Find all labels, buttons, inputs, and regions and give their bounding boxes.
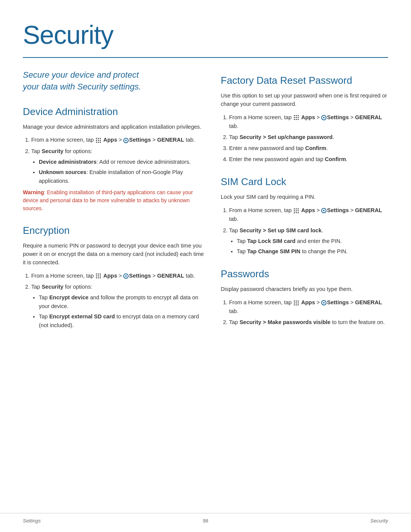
settings-circle-icon-enc [123,273,129,279]
footer-security-label: Security [370,517,388,525]
sim-card-lock-section: SIM Card Lock Lock your SIM card by requ… [221,174,388,256]
device-administration-section: Device Administration Manage your device… [23,104,206,213]
page-title: Security [23,15,388,54]
apps-grid-icon-enc [96,273,101,278]
fdr-step-2: Tap Security > Set up/change password. [229,133,388,142]
passwords-title: Passwords [221,267,388,281]
device-administration-steps: From a Home screen, tap Apps > Settings … [23,136,206,185]
encryption-section: Encryption Require a numeric PIN or pass… [23,223,206,330]
sim-step-1: From a Home screen, tap Apps > Settings … [229,206,388,224]
main-content: Secure your device and protect your data… [23,69,388,341]
tagline: Secure your device and protect your data… [23,69,206,93]
encryption-bullets: Tap Encrypt device and follow the prompt… [31,293,206,330]
sim-card-lock-intro: Lock your SIM card by requiring a PIN. [221,193,388,201]
fdr-step-3: Enter a new password and tap Confirm. [229,144,388,153]
device-admin-bullets: Device administrators: Add or remove dev… [31,158,206,186]
sim-card-lock-steps: From a Home screen, tap Apps > Settings … [221,206,388,256]
pw-step-2: Tap Security > Make passwords visible to… [229,318,388,327]
bullet-unknown-sources: Unknown sources: Enable installation of … [39,168,206,185]
factory-reset-intro: Use this option to set up your password … [221,92,388,109]
encryption-intro: Require a numeric PIN or password to dec… [23,242,206,267]
fdr-step-4: Enter the new password again and tap Con… [229,155,388,164]
passwords-section: Passwords Display password characters br… [221,267,388,327]
encryption-steps: From a Home screen, tap Apps > Settings … [23,272,206,330]
sim-bullet-2: Tap Tap Change SIM PIN to change the PIN… [237,247,388,256]
right-column: Factory Data Reset Password Use this opt… [221,69,388,341]
enc-step-2: Tap Security for options: Tap Encrypt de… [31,283,206,330]
title-divider [23,57,388,58]
device-administration-title: Device Administration [23,104,206,119]
settings-circle-icon-sim [321,208,327,213]
apps-grid-icon-fdr [294,115,299,120]
factory-reset-title: Factory Data Reset Password [221,73,388,88]
settings-circle-icon-pw [321,300,327,305]
passwords-steps: From a Home screen, tap Apps > Settings … [221,298,388,327]
encryption-title: Encryption [23,223,206,238]
bullet-device-admins: Device administrators: Add or remove dev… [39,158,206,166]
apps-grid-icon [96,138,101,143]
passwords-intro: Display password characters briefly as y… [221,285,388,294]
sim-step-2: Tap Security > Set up SIM card lock. Tap… [229,226,388,256]
settings-circle-icon-fdr [321,115,327,120]
settings-circle-icon [123,138,129,143]
sim-bullets: Tap Tap Lock SIM card and enter the PIN.… [229,237,388,256]
footer: Settings 98 Security [0,513,411,525]
fdr-step-1: From a Home screen, tap Apps > Settings … [229,113,388,131]
device-administration-intro: Manage your device administrators and ap… [23,123,206,131]
apps-grid-icon-pw [294,300,299,305]
left-column: Secure your device and protect your data… [23,69,206,341]
page: Security Secure your device and protect … [0,0,411,532]
bullet-encrypt-sd: Tap Encrypt external SD card to encrypt … [39,312,206,330]
sim-card-lock-title: SIM Card Lock [221,174,388,189]
bullet-encrypt-device: Tap Encrypt device and follow the prompt… [39,293,206,311]
factory-reset-steps: From a Home screen, tap Apps > Settings … [221,113,388,164]
sim-bullet-1: Tap Tap Lock SIM card and enter the PIN. [237,237,388,246]
footer-page-number: 98 [203,517,208,525]
apps-grid-icon-sim [294,208,299,213]
step-1: From a Home screen, tap Apps > Settings … [31,136,206,144]
pw-step-1: From a Home screen, tap Apps > Settings … [229,298,388,316]
enc-step-1: From a Home screen, tap Apps > Settings … [31,272,206,280]
device-admin-warning: Warning: Enabling installation of third-… [23,189,206,212]
footer-settings-label: Settings [23,517,41,525]
step-2: Tap Security for options: Device adminis… [31,147,206,186]
factory-reset-section: Factory Data Reset Password Use this opt… [221,73,388,164]
